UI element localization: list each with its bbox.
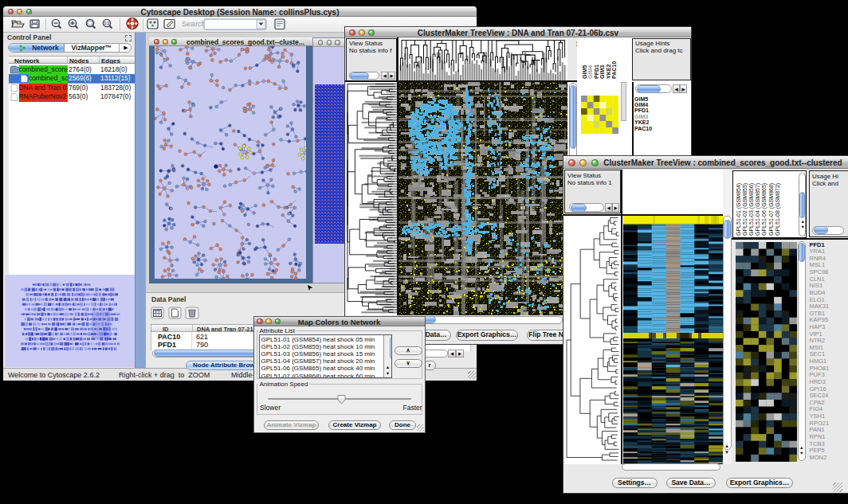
svg-text:1:1: 1:1 xyxy=(104,21,109,25)
